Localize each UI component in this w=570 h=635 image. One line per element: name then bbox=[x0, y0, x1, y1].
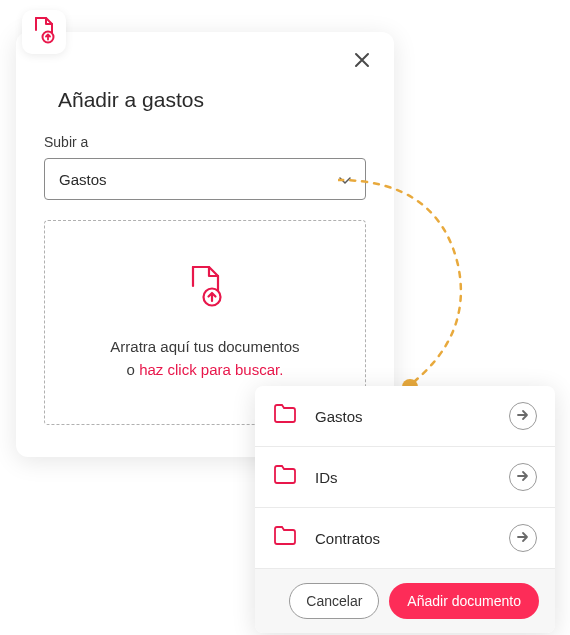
upload-badge bbox=[22, 10, 66, 54]
dropzone-browse-link[interactable]: haz click para buscar. bbox=[139, 361, 283, 378]
close-icon bbox=[353, 51, 371, 73]
folder-icon bbox=[273, 526, 297, 550]
folder-label: Gastos bbox=[315, 408, 509, 425]
select-value: Gastos bbox=[59, 171, 107, 188]
modal-title: Añadir a gastos bbox=[58, 88, 366, 112]
arrow-right-icon bbox=[516, 468, 530, 486]
add-document-button[interactable]: Añadir documento bbox=[389, 583, 539, 619]
arrow-right-icon bbox=[516, 407, 530, 425]
arrow-right-button[interactable] bbox=[509, 524, 537, 552]
folder-label: Contratos bbox=[315, 530, 509, 547]
destination-select[interactable]: Gastos bbox=[44, 158, 366, 200]
document-upload-icon bbox=[185, 264, 225, 312]
document-upload-icon bbox=[31, 16, 57, 48]
arrow-right-button[interactable] bbox=[509, 463, 537, 491]
arrow-right-button[interactable] bbox=[509, 402, 537, 430]
folder-icon bbox=[273, 404, 297, 428]
field-label: Subir a bbox=[44, 134, 366, 150]
caret-down-icon bbox=[339, 171, 351, 188]
close-button[interactable] bbox=[350, 50, 374, 74]
cancel-button[interactable]: Cancelar bbox=[289, 583, 379, 619]
folder-panel: Gastos IDs bbox=[255, 386, 555, 633]
folder-icon bbox=[273, 465, 297, 489]
folder-item-contratos[interactable]: Contratos bbox=[255, 508, 555, 569]
folder-item-gastos[interactable]: Gastos bbox=[255, 386, 555, 447]
panel-footer: Cancelar Añadir documento bbox=[255, 569, 555, 633]
dropzone-text: Arratra aquí tus documentos o haz click … bbox=[110, 336, 299, 381]
folder-item-ids[interactable]: IDs bbox=[255, 447, 555, 508]
arrow-right-icon bbox=[516, 529, 530, 547]
folder-label: IDs bbox=[315, 469, 509, 486]
